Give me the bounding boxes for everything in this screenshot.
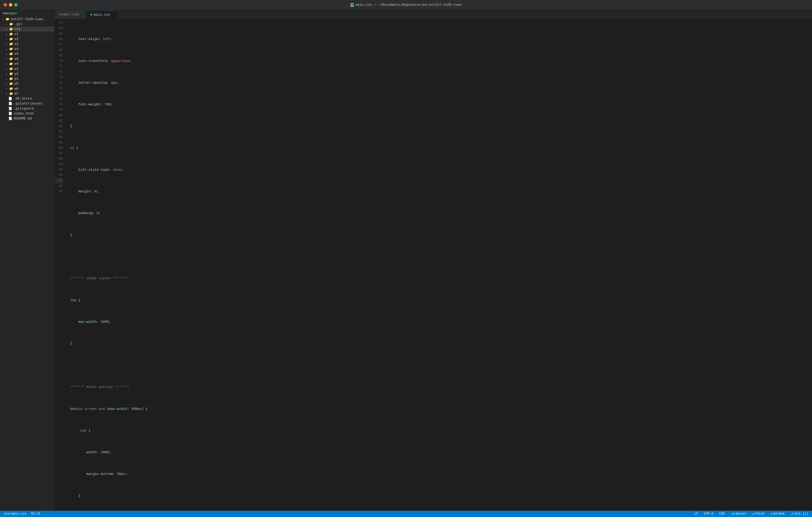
chevron-icon <box>6 72 8 75</box>
file-type-icon: CSS <box>350 3 354 7</box>
folder-icon: 📁 <box>9 62 13 66</box>
sidebar-item-label: .gitattributes <box>13 102 42 105</box>
sidebar-item-e3[interactable]: 📁 e3 <box>0 41 55 47</box>
folder-icon: 📁 <box>9 87 13 91</box>
sidebar-item-label: e3 <box>14 42 19 46</box>
fetch-icon: ↻ <box>752 512 754 516</box>
folder-icon: 📁 <box>9 82 13 86</box>
folder-icon: 📁 <box>9 42 13 46</box>
branch-name: master <box>735 512 747 516</box>
sidebar-item-css[interactable]: 📁 css <box>0 27 55 32</box>
folder-icon: 📁 <box>9 32 13 36</box>
tab-active-indicator <box>90 14 92 16</box>
status-cursor[interactable]: 92:21 <box>30 512 41 516</box>
window-title-text: main.css — ~/Documents/Repositories/avt2… <box>355 3 462 7</box>
sidebar-item-pt[interactable]: 📁 pt <box>0 76 55 81</box>
code-line: } <box>70 341 808 346</box>
sidebar-item-readme[interactable]: 📄 README.md <box>0 116 55 121</box>
sidebar-item-w6[interactable]: 📁 w6 <box>0 86 55 91</box>
root-folder-label: avt217-fa20-tues <box>11 17 44 21</box>
file-icon: 📄 <box>8 102 12 105</box>
sidebar-item-w5[interactable]: 📁 w5 <box>0 81 55 86</box>
file-icon: 📄 <box>8 112 12 116</box>
code-line: } <box>70 493 808 499</box>
chevron-icon <box>6 58 8 61</box>
sidebar-item-label: e2 <box>14 37 19 41</box>
code-editor[interactable]: 63 64 65 66 67 68 69 70 71 72 73 74 75 7… <box>55 19 812 511</box>
status-fetch[interactable]: ↻ Fetch <box>751 512 766 516</box>
sidebar-item-label: e1 <box>14 32 19 36</box>
sidebar-item-label: w7 <box>14 92 19 96</box>
sidebar-item-e6[interactable]: 📁 e6 <box>0 57 55 61</box>
language-text: CSS <box>719 512 725 516</box>
code-line: margin: 0; <box>70 189 808 194</box>
cursor-pos-text: 92:21 <box>31 512 40 516</box>
code-content[interactable]: text-align: left; text-transform: upperc… <box>66 20 812 510</box>
sidebar-item-e4[interactable]: 📁 e4 <box>0 47 55 52</box>
git-label: Git (1) <box>795 512 808 516</box>
minimize-button[interactable] <box>9 3 12 6</box>
chevron-icon <box>6 48 8 51</box>
tab-label: main.css <box>94 13 110 17</box>
folder-icon: 📁 <box>9 47 13 51</box>
code-line: padding: 0; <box>70 211 808 216</box>
status-file-path[interactable]: css/main.css <box>3 512 27 516</box>
sidebar-item-gitignore[interactable]: 📄 .gitignore <box>0 106 55 111</box>
folder-icon: 📁 <box>9 27 13 31</box>
sidebar-item-e9[interactable]: 📁 e9 <box>0 61 55 66</box>
sidebar-item-e2[interactable]: 📁 e2 <box>0 37 55 41</box>
tab-label: index.html <box>59 12 80 17</box>
main-layout: Project 📁 avt217-fa20-tues 📁 .git 📁 css … <box>0 10 812 511</box>
chevron-icon <box>6 53 8 56</box>
code-line: letter-spacing: 1px; <box>70 80 808 86</box>
maximize-button[interactable] <box>14 3 18 6</box>
code-line: ul { <box>70 145 808 151</box>
sidebar-item-ds-store[interactable]: 📄 .DS_Store <box>0 96 55 101</box>
sidebar-item-index-html[interactable]: 📄 index.html <box>0 111 55 116</box>
tab-main-css[interactable]: main.css <box>86 10 118 19</box>
sidebar-root-folder[interactable]: 📁 avt217-fa20-tues <box>0 17 55 22</box>
chevron-icon <box>6 42 8 46</box>
sidebar-item-label: e5 <box>14 52 19 56</box>
sidebar-item-p1[interactable]: 📁 p1 <box>0 66 55 71</box>
sidebar-item-w7[interactable]: 📁 w7 <box>0 91 55 96</box>
chevron-icon <box>6 28 8 31</box>
sidebar-item-label: css <box>14 27 21 31</box>
chevron-icon <box>6 38 8 41</box>
chevron-icon <box>6 23 8 26</box>
close-button[interactable] <box>4 3 7 6</box>
sidebar-item-label: .DS_Store <box>13 97 32 101</box>
sidebar-item-e1[interactable]: 📁 e1 <box>0 32 55 37</box>
sidebar-item-p2[interactable]: 📁 p2 <box>0 71 55 76</box>
sidebar-item-label: e4 <box>14 47 19 51</box>
tab-index-html[interactable]: index.html <box>55 10 86 19</box>
code-line: max-width: 100%; <box>70 320 808 325</box>
sidebar-item-git[interactable]: 📁 .git <box>0 22 55 27</box>
sidebar-item-gitattributes[interactable]: 📄 .gitattributes <box>0 101 55 106</box>
git-icon: ⎇ <box>790 512 794 516</box>
status-bar: css/main.css 92:21 LF UTF-8 CSS ⎇ master… <box>0 511 812 517</box>
folder-icon: 📁 <box>9 22 13 26</box>
status-github[interactable]: ⊙ GitHub <box>770 512 786 516</box>
line-ending-text: LF <box>695 512 698 516</box>
folder-icon: 📁 <box>9 52 13 56</box>
code-line: } <box>70 124 808 129</box>
status-encoding[interactable]: UTF-8 <box>703 512 715 516</box>
sidebar-item-e5[interactable]: 📁 e5 <box>0 52 55 57</box>
folder-icon: 📁 <box>9 77 13 81</box>
status-git[interactable]: ⎇ Git (1) <box>789 512 809 516</box>
status-branch[interactable]: ⎇ master <box>730 512 748 516</box>
status-line-ending[interactable]: LF <box>694 512 699 516</box>
code-line: width: 100%; <box>70 450 808 455</box>
sidebar-item-label: index.html <box>13 112 34 116</box>
status-language[interactable]: CSS <box>718 512 726 516</box>
file-icon: 📄 <box>8 107 12 111</box>
code-line: list-style-type: none; <box>70 167 808 173</box>
code-line: img { <box>70 298 808 303</box>
sidebar-item-label: .git <box>14 22 23 26</box>
sidebar-item-label: e9 <box>14 62 19 66</box>
file-icon: 📄 <box>8 97 12 101</box>
file-path-text: css/main.css <box>4 512 26 516</box>
file-icon: 📄 <box>8 117 12 121</box>
chevron-icon <box>6 33 8 36</box>
